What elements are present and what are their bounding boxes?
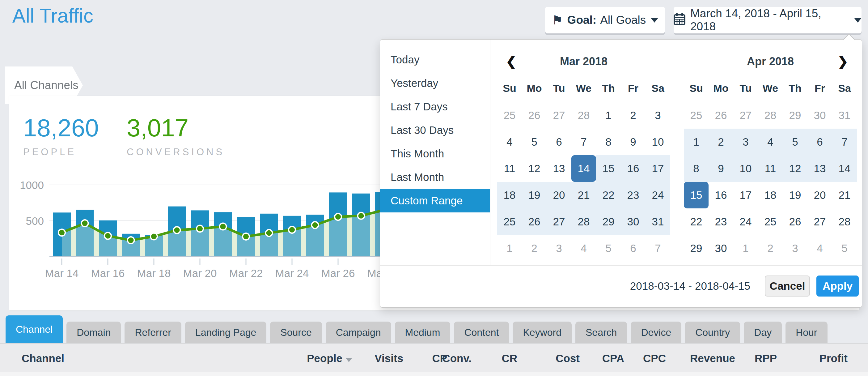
day-cell-11[interactable]: 11: [758, 155, 783, 182]
day-cell-16[interactable]: 16: [709, 182, 733, 208]
day-cell-26[interactable]: 26: [522, 102, 547, 128]
conversions-point-mar-21[interactable]: [220, 223, 226, 230]
day-cell-27[interactable]: 27: [547, 208, 571, 235]
day-cell-23[interactable]: 23: [709, 208, 733, 235]
conversions-point-mar-15[interactable]: [82, 220, 88, 227]
day-cell-13[interactable]: 13: [807, 155, 832, 182]
column-header-channel[interactable]: Channel: [22, 344, 64, 373]
conversions-point-mar-24[interactable]: [289, 226, 296, 233]
column-header-visits[interactable]: Visits: [374, 344, 403, 373]
column-header-conv-[interactable]: Conv.: [442, 344, 471, 373]
day-cell-2[interactable]: 2: [522, 235, 547, 262]
day-cell-25[interactable]: 25: [497, 102, 522, 128]
day-cell-1[interactable]: 1: [497, 235, 522, 262]
day-cell-1[interactable]: 1: [733, 235, 758, 262]
day-cell-10[interactable]: 10: [646, 128, 670, 155]
day-cell-30[interactable]: 30: [807, 102, 832, 128]
day-cell-1[interactable]: 1: [596, 102, 621, 128]
day-cell-2[interactable]: 2: [709, 128, 733, 155]
conversions-point-mar-23[interactable]: [266, 229, 273, 236]
preset-last-30-days[interactable]: Last 30 Days: [380, 118, 490, 142]
tab-content[interactable]: Content: [454, 322, 509, 343]
tab-referrer[interactable]: Referrer: [125, 322, 181, 343]
preset-this-month[interactable]: This Month: [380, 142, 490, 166]
day-cell-31[interactable]: 31: [646, 208, 670, 235]
tab-device[interactable]: Device: [631, 322, 681, 343]
day-cell-3[interactable]: 3: [547, 235, 571, 262]
tab-hour[interactable]: Hour: [785, 322, 827, 343]
tab-keyword[interactable]: Keyword: [513, 322, 572, 343]
day-cell-28[interactable]: 28: [571, 208, 596, 235]
day-cell-13[interactable]: 13: [547, 155, 571, 182]
day-cell-4[interactable]: 4: [497, 128, 522, 155]
column-header-revenue[interactable]: Revenue: [690, 344, 735, 373]
day-cell-1[interactable]: 1: [684, 128, 709, 155]
day-cell-28[interactable]: 28: [832, 208, 857, 235]
day-cell-27[interactable]: 27: [547, 102, 571, 128]
conversions-point-mar-22[interactable]: [243, 233, 249, 240]
day-cell-25[interactable]: 25: [684, 102, 709, 128]
tab-country[interactable]: Country: [685, 322, 740, 343]
day-cell-5[interactable]: 5: [596, 235, 621, 262]
tab-search[interactable]: Search: [576, 322, 627, 343]
date-range-dropdown[interactable]: March 14, 2018 - April 15, 2018: [674, 7, 862, 33]
day-cell-11[interactable]: 11: [497, 155, 522, 182]
apply-button[interactable]: Apply: [816, 276, 859, 296]
day-cell-15-selected[interactable]: 15: [684, 182, 709, 208]
day-cell-6[interactable]: 6: [807, 128, 832, 155]
day-cell-28[interactable]: 28: [571, 102, 596, 128]
day-cell-17[interactable]: 17: [646, 155, 670, 182]
day-cell-4[interactable]: 4: [758, 128, 783, 155]
conversions-point-mar-27[interactable]: [358, 212, 365, 219]
column-header-profit[interactable]: Profit: [819, 344, 847, 373]
day-cell-4[interactable]: 4: [571, 235, 596, 262]
day-cell-12[interactable]: 12: [522, 155, 547, 182]
day-cell-20[interactable]: 20: [547, 182, 571, 208]
column-header-cost[interactable]: Cost: [556, 344, 580, 373]
day-cell-14-selected[interactable]: 14: [571, 155, 596, 182]
tab-landing-page[interactable]: Landing Page: [185, 322, 267, 343]
day-cell-3[interactable]: 3: [783, 235, 807, 262]
conversions-point-mar-20[interactable]: [196, 225, 203, 232]
day-cell-27[interactable]: 27: [807, 208, 832, 235]
day-cell-30[interactable]: 30: [621, 208, 646, 235]
tab-campaign[interactable]: Campaign: [326, 322, 391, 343]
day-cell-16[interactable]: 16: [621, 155, 646, 182]
preset-yesterday[interactable]: Yesterday: [380, 71, 490, 95]
day-cell-6[interactable]: 6: [621, 235, 646, 262]
day-cell-27[interactable]: 27: [733, 102, 758, 128]
tab-domain[interactable]: Domain: [66, 322, 121, 343]
column-header-cpc[interactable]: CPC: [643, 344, 666, 373]
preset-last-month[interactable]: Last Month: [380, 166, 490, 189]
day-cell-3[interactable]: 3: [733, 128, 758, 155]
day-cell-12[interactable]: 12: [783, 155, 807, 182]
day-cell-8[interactable]: 8: [684, 155, 709, 182]
conversions-point-mar-17[interactable]: [128, 237, 134, 244]
day-cell-20[interactable]: 20: [807, 182, 832, 208]
day-cell-14[interactable]: 14: [832, 155, 857, 182]
conversions-point-mar-25[interactable]: [312, 222, 318, 229]
prev-month-icon[interactable]: ❮: [506, 49, 517, 74]
day-cell-2[interactable]: 2: [621, 102, 646, 128]
day-cell-7[interactable]: 7: [832, 128, 857, 155]
day-cell-29[interactable]: 29: [684, 235, 709, 262]
conversions-point-mar-14[interactable]: [58, 229, 65, 236]
day-cell-2[interactable]: 2: [758, 235, 783, 262]
day-cell-19[interactable]: 19: [522, 182, 547, 208]
day-cell-24[interactable]: 24: [646, 182, 670, 208]
column-header-cr[interactable]: CR: [501, 344, 517, 373]
day-cell-26[interactable]: 26: [709, 102, 733, 128]
preset-custom-range[interactable]: Custom Range: [380, 189, 490, 212]
tab-source[interactable]: Source: [270, 322, 322, 343]
day-cell-25[interactable]: 25: [497, 208, 522, 235]
day-cell-26[interactable]: 26: [522, 208, 547, 235]
goal-dropdown[interactable]: ⚑ Goal: All Goals: [545, 7, 665, 33]
day-cell-28[interactable]: 28: [758, 102, 783, 128]
column-header-people[interactable]: People: [307, 344, 352, 373]
day-cell-18[interactable]: 18: [497, 182, 522, 208]
day-cell-10[interactable]: 10: [733, 155, 758, 182]
day-cell-6[interactable]: 6: [547, 128, 571, 155]
conversions-point-mar-19[interactable]: [174, 227, 181, 233]
day-cell-18[interactable]: 18: [758, 182, 783, 208]
day-cell-17[interactable]: 17: [733, 182, 758, 208]
